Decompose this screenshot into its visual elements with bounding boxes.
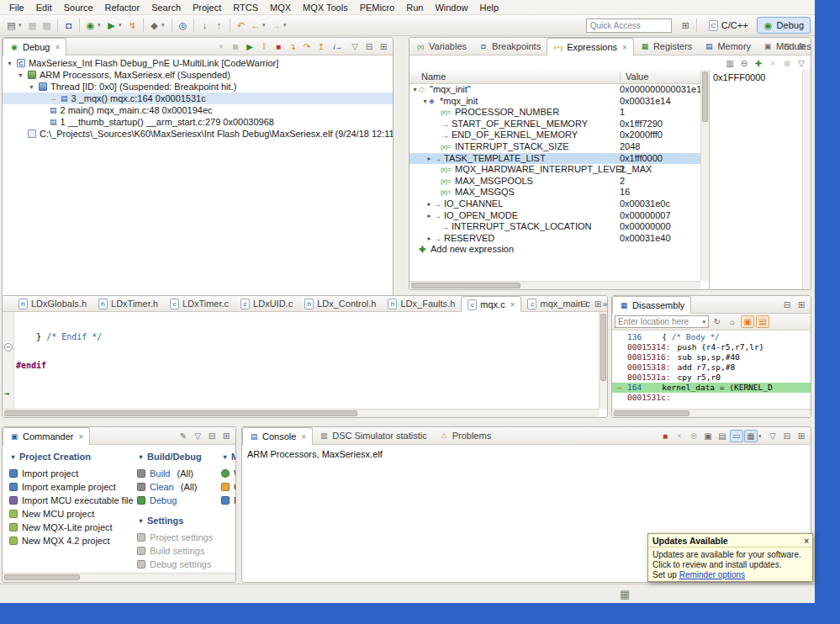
view-menu-icon[interactable]: ▽ <box>795 57 808 70</box>
menu-mqx-tools[interactable]: MQX Tools <box>297 2 354 13</box>
name-column-header[interactable]: Name <box>421 71 446 82</box>
expression-row[interactable]: (x)= PROCESSOR_NUMBER 1 <box>409 107 700 119</box>
location-combo[interactable]: Enter location here ▾ <box>615 315 709 328</box>
maximize-icon[interactable]: ⊞ <box>219 430 233 442</box>
add-expression-icon[interactable]: ✚ <box>752 57 765 70</box>
close-icon[interactable]: × <box>79 432 84 442</box>
save-icon[interactable]: ▦ <box>25 18 40 33</box>
quick-access-input[interactable] <box>586 19 672 33</box>
expander-icon[interactable]: ▸ <box>425 153 433 165</box>
new-mqx42-project-link[interactable]: New MQX 4.2 project <box>9 534 124 547</box>
tab-commander[interactable]: ▣ Commander × <box>3 427 90 445</box>
tab-memory[interactable]: ▤ Memory <box>698 38 757 55</box>
tab-ldxtimer-h[interactable]: h LDxTimer.h <box>92 296 164 311</box>
collapse-icon[interactable]: ▾ <box>221 453 229 461</box>
tab-debug[interactable]: ◉ Debug × <box>3 38 66 56</box>
misc-flash-link[interactable]: Fla <box>221 494 235 507</box>
close-icon[interactable]: × <box>55 43 60 52</box>
expander-icon[interactable]: ▾ <box>411 84 419 96</box>
close-icon[interactable]: × <box>510 300 515 309</box>
run-button-icon[interactable]: ▶ <box>104 18 119 33</box>
debug-tree-frame-row[interactable]: ▤ 1 __thumb_startup() __arm_start.c:279 … <box>3 116 393 128</box>
status-tray-icon[interactable]: ▦ <box>620 588 630 600</box>
instruction-stepping-icon[interactable]: i→ <box>329 40 347 53</box>
expander-icon[interactable]: ▸ <box>425 210 433 222</box>
expander-icon[interactable]: ▾ <box>421 96 429 108</box>
search-icon[interactable]: ◎ <box>176 18 190 33</box>
minimize-icon[interactable]: ⊟ <box>780 430 794 442</box>
misc-welcome-link[interactable]: We <box>221 467 235 480</box>
build-settings-link[interactable]: Build settings <box>137 544 208 558</box>
commander-horizontal-scrollbar[interactable] <box>3 573 235 582</box>
run-dropdown-icon[interactable]: ▾ <box>119 18 125 33</box>
tab-registers[interactable]: ▦ Registers <box>634 38 698 55</box>
menu-window[interactable]: Window <box>429 2 473 13</box>
scroll-lock-icon[interactable]: ▤ <box>716 430 729 442</box>
maximize-icon[interactable]: ⊞ <box>591 298 605 310</box>
debug-button-icon[interactable]: ◉ <box>83 18 98 33</box>
debug-settings-link[interactable]: Debug settings <box>137 558 208 571</box>
tab-dsc-simulator[interactable]: ▥ DSC Simulator statistic <box>313 427 432 444</box>
home-icon[interactable]: ⌂ <box>726 315 739 328</box>
expression-row[interactable]: → INTERRUPT_STACK_LOCATION 0x00000000 <box>409 221 700 233</box>
forward-icon[interactable]: → <box>269 18 283 33</box>
expression-row[interactable]: ▸ → IO_CHANNEL 0x00031e0c <box>409 198 700 210</box>
project-settings-link[interactable]: Project settings <box>137 531 208 544</box>
minimize-icon[interactable]: ⊟ <box>780 40 794 53</box>
forward-dropdown-icon[interactable]: ▾ <box>283 18 290 33</box>
remove-expression-icon[interactable]: × <box>766 57 779 70</box>
remove-all-expressions-icon[interactable]: ⊗ <box>780 57 794 70</box>
menu-help[interactable]: Help <box>474 2 505 13</box>
fold-marker-icon[interactable]: − <box>4 343 13 352</box>
view-menu-icon[interactable]: ▽ <box>191 430 204 442</box>
pin-console-icon[interactable]: ▣ <box>701 430 715 442</box>
expander-icon[interactable]: ▸ <box>425 198 433 210</box>
scrollbar-thumb[interactable] <box>614 410 689 416</box>
menu-project[interactable]: Project <box>187 2 227 13</box>
menu-search[interactable]: Search <box>145 2 187 13</box>
maximize-icon[interactable]: ⊞ <box>377 40 390 53</box>
back-icon[interactable]: ← <box>248 18 262 33</box>
build-icon[interactable]: ◆ <box>147 18 161 33</box>
save-all-icon[interactable]: ▩ <box>40 18 54 33</box>
menu-rtcs[interactable]: RTCS <box>227 2 264 13</box>
collapse-icon[interactable]: ▾ <box>9 453 17 461</box>
minimize-icon[interactable]: ⊟ <box>577 298 590 310</box>
back-dropdown-icon[interactable]: ▾ <box>262 18 269 33</box>
misc-quickstart-link[interactable]: Qu <box>221 480 235 494</box>
scrollbar-thumb[interactable] <box>411 283 520 288</box>
new-wizard-icon[interactable]: ▤ <box>4 18 18 33</box>
refresh-icon[interactable]: ↻ <box>711 315 724 328</box>
scrollbar-thumb[interactable] <box>702 71 708 122</box>
editor-vertical-scrollbar[interactable] <box>599 312 607 409</box>
debug-tree-target-row[interactable]: ▾ ARM Processors, MaxSeriesx.elf (Suspen… <box>3 69 393 81</box>
flash-programmer-icon[interactable]: ↯ <box>125 18 140 33</box>
expander-icon[interactable]: ▾ <box>28 83 35 91</box>
scrollbar-thumb[interactable] <box>600 314 606 381</box>
expression-row[interactable]: (x)= MAX_MSGPOOLS 2 <box>409 176 700 188</box>
value-column-header[interactable]: Value <box>620 71 648 84</box>
word-wrap-icon[interactable]: ▭ <box>730 430 743 442</box>
scrollbar-thumb[interactable] <box>4 574 80 580</box>
new-mqx-lite-project-link[interactable]: New MQX-Lite project <box>9 521 124 534</box>
minimize-icon[interactable]: ⊟ <box>205 430 219 442</box>
tab-variables[interactable]: (x) Variables <box>409 38 473 55</box>
expression-row[interactable]: (x)= INTERRUPT_STACK_SIZE 2048 <box>409 141 700 153</box>
expression-row-selected[interactable]: ▸ → TASK_TEMPLATE_LIST 0x1fff0000 <box>409 153 700 165</box>
tab-ldx-faults-h[interactable]: h LDx_Faults.h <box>382 296 461 311</box>
remove-terminated-icon[interactable]: × <box>214 40 228 53</box>
terminate-icon[interactable]: ■ <box>658 430 672 442</box>
menu-pemicro[interactable]: PEMicro <box>354 2 401 13</box>
tab-ldxuid-c[interactable]: c LDxUID.c <box>235 296 298 311</box>
open-perspective-icon[interactable]: ⊞ <box>679 18 693 33</box>
tab-mqx-c[interactable]: c mqx.c × <box>461 296 521 312</box>
reminder-options-link[interactable]: Reminder options <box>679 570 745 579</box>
show-source-icon[interactable]: ▤ <box>756 315 769 328</box>
close-icon[interactable]: × <box>622 43 627 52</box>
view-menu-icon[interactable]: ▽ <box>766 430 779 442</box>
menu-mqx[interactable]: MQX <box>264 2 297 13</box>
build-debug-header[interactable]: ▾ Build/Debug <box>137 452 208 462</box>
expression-detail-pane[interactable]: 0x1FFF0000 <box>709 70 804 289</box>
customize-icon[interactable]: ✎ <box>177 430 190 442</box>
step-return-icon[interactable]: ↥ <box>314 40 328 53</box>
